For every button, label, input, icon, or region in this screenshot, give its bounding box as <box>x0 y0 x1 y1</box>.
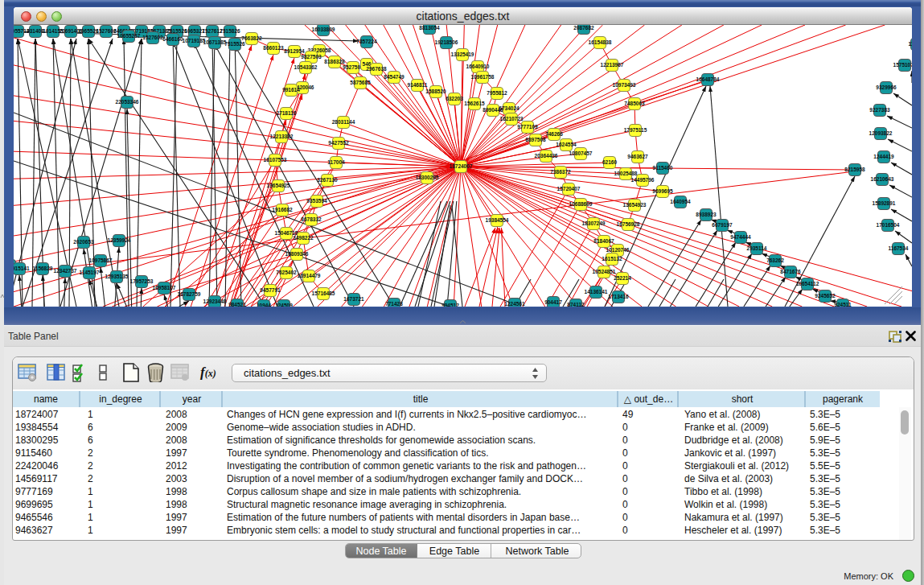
svg-text:9427552: 9427552 <box>328 140 349 146</box>
svg-text:6466160: 6466160 <box>162 36 183 42</box>
svg-text:6897508: 6897508 <box>525 137 546 142</box>
svg-text:28031144: 28031144 <box>332 119 355 125</box>
svg-text:3915141: 3915141 <box>14 266 30 271</box>
svg-text:9353594: 9353594 <box>306 198 327 204</box>
svg-text:14136141: 14136141 <box>585 289 608 295</box>
svg-text:9146811: 9146811 <box>408 82 428 88</box>
svg-text:8678332: 8678332 <box>301 216 322 222</box>
svg-text:10807457: 10807457 <box>569 150 593 156</box>
svg-text:7857224: 7857224 <box>356 39 377 44</box>
svg-text:1673721: 1673721 <box>343 296 364 302</box>
svg-text:18724007: 18724007 <box>450 163 473 169</box>
svg-text:10524851: 10524851 <box>593 269 616 274</box>
svg-text:931408: 931408 <box>27 28 44 34</box>
svg-text:763262: 763262 <box>766 257 784 263</box>
svg-text:18300295: 18300295 <box>416 175 439 180</box>
svg-text:10944: 10944 <box>257 303 271 307</box>
svg-text:1624554: 1624554 <box>556 142 577 147</box>
svg-text:16033809: 16033809 <box>312 27 335 32</box>
svg-text:16958107: 16958107 <box>153 285 176 290</box>
svg-text:15720407: 15720407 <box>557 186 581 192</box>
svg-text:8471676: 8471676 <box>780 269 801 274</box>
svg-text:8184067: 8184067 <box>593 238 614 244</box>
svg-text:10719185: 10719185 <box>183 38 206 43</box>
svg-text:19218506: 19218506 <box>435 39 458 45</box>
svg-text:8938923: 8938923 <box>696 212 717 217</box>
svg-text:16756928: 16756928 <box>617 221 640 227</box>
svg-text:1244419: 1244419 <box>873 154 894 159</box>
svg-text:7663822: 7663822 <box>241 35 262 41</box>
svg-text:771423: 771423 <box>385 301 403 307</box>
svg-text:14495796: 14495796 <box>631 177 655 183</box>
svg-text:984521: 984521 <box>228 302 246 307</box>
svg-text:10975867: 10975867 <box>89 257 113 263</box>
svg-text:124509: 124509 <box>275 303 293 307</box>
svg-text:1713416: 1713416 <box>608 294 629 299</box>
svg-text:15716485: 15716485 <box>312 290 335 296</box>
svg-text:12923448: 12923448 <box>203 299 227 304</box>
svg-text:16107553: 16107553 <box>264 157 287 163</box>
svg-text:10961758: 10961758 <box>471 74 495 80</box>
svg-text:2087682: 2087682 <box>573 25 594 31</box>
svg-text:9827503: 9827503 <box>301 54 322 60</box>
svg-text:1145197: 1145197 <box>80 270 100 275</box>
svg-text:10120746: 10120746 <box>606 247 630 253</box>
svg-text:7485063: 7485063 <box>624 101 645 106</box>
svg-text:62160: 62160 <box>602 159 617 165</box>
svg-text:7515526: 7515526 <box>224 41 245 47</box>
svg-text:924511: 924511 <box>834 302 852 307</box>
svg-text:3498222: 3498222 <box>293 235 314 241</box>
svg-text:12213382: 12213382 <box>270 134 294 139</box>
svg-text:5875685: 5875685 <box>350 80 371 85</box>
svg-text:16154838: 16154838 <box>589 39 612 45</box>
svg-text:746266: 746266 <box>545 131 563 137</box>
svg-text:8813054: 8813054 <box>419 25 440 31</box>
svg-text:2718116: 2718116 <box>277 110 297 116</box>
svg-text:8912954: 8912954 <box>284 48 305 54</box>
svg-text:9463627: 9463627 <box>627 154 648 159</box>
svg-text:22053346: 22053346 <box>116 99 139 105</box>
svg-text:16648784: 16648784 <box>696 76 720 82</box>
svg-text:7955812: 7955812 <box>487 90 507 96</box>
svg-text:16210723: 16210723 <box>500 116 524 122</box>
svg-text:8186328: 8186328 <box>324 59 345 64</box>
svg-text:8660123: 8660123 <box>263 45 284 51</box>
svg-text:991614: 991614 <box>282 87 300 93</box>
svg-text:2020653: 2020653 <box>73 239 94 245</box>
svg-text:13325419: 13325419 <box>451 51 474 57</box>
svg-text:12213967: 12213967 <box>601 62 624 68</box>
svg-text:2967638: 2967638 <box>366 66 387 72</box>
svg-text:13654923: 13654923 <box>623 202 647 208</box>
svg-text:17016504: 17016504 <box>877 222 900 228</box>
svg-text:10543362: 10543362 <box>294 64 318 70</box>
svg-text:10655267: 10655267 <box>117 33 141 39</box>
svg-text:111245: 111245 <box>909 41 912 47</box>
svg-text:874112: 874112 <box>567 302 585 307</box>
svg-text:1640954: 1640954 <box>670 199 691 204</box>
svg-text:9699695: 9699695 <box>652 188 673 194</box>
svg-text:10025488: 10025488 <box>614 171 638 176</box>
svg-text:117004: 117004 <box>327 159 345 165</box>
svg-text:9329966: 9329966 <box>876 84 897 90</box>
svg-text:18307249: 18307249 <box>582 220 606 226</box>
svg-text:10973493: 10973493 <box>613 82 636 88</box>
svg-text:632203: 632203 <box>446 96 463 101</box>
svg-text:1156829: 1156829 <box>33 266 53 271</box>
svg-text:252214: 252214 <box>614 275 631 281</box>
svg-text:10654112: 10654112 <box>796 281 819 286</box>
svg-text:7625402: 7625402 <box>276 270 297 275</box>
svg-text:16782759: 16782759 <box>178 291 201 297</box>
svg-text:12342737: 12342737 <box>54 268 77 274</box>
svg-text:16914479: 16914479 <box>298 273 321 278</box>
svg-text:15892891: 15892891 <box>873 200 896 206</box>
svg-text:6679197: 6679197 <box>712 222 733 228</box>
svg-text:9227383: 9227383 <box>869 107 890 113</box>
svg-text:16210643: 16210643 <box>871 176 894 182</box>
svg-text:9474444: 9474444 <box>730 234 751 240</box>
svg-text:20364436: 20364436 <box>535 153 558 159</box>
svg-text:3267130: 3267130 <box>317 177 338 183</box>
svg-text:10688609: 10688609 <box>569 201 593 207</box>
svg-text:6734024: 6734024 <box>499 105 519 111</box>
svg-text:16640910: 16640910 <box>466 64 490 69</box>
svg-text:9115460: 9115460 <box>653 165 673 171</box>
